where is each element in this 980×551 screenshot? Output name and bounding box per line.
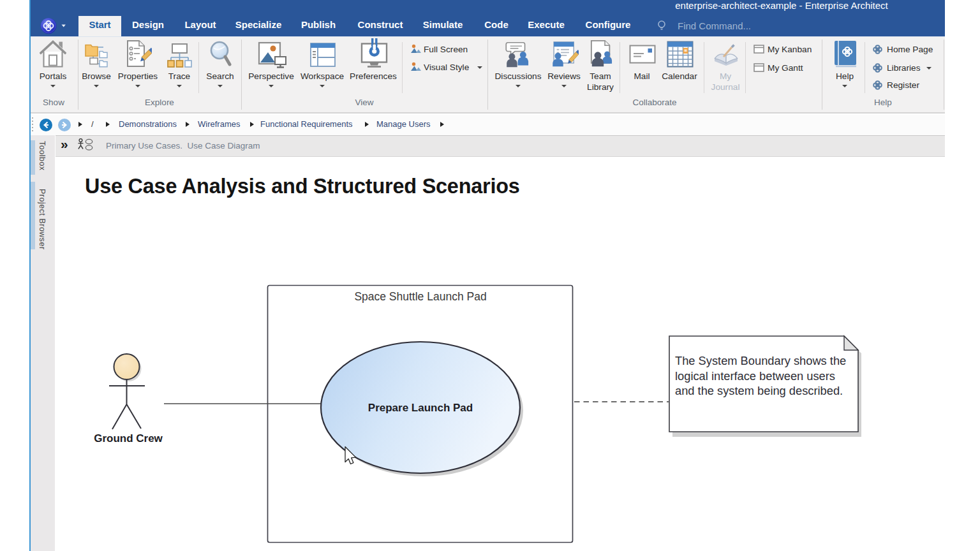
- svg-text:Space Shuttle Launch Pad: Space Shuttle Launch Pad: [354, 290, 486, 303]
- svg-text:and the system being described: and the system being described.: [675, 384, 843, 397]
- svg-text:Ground Crew: Ground Crew: [94, 432, 163, 444]
- svg-text:logical interface between user: logical interface between users: [675, 369, 835, 383]
- svg-text:Prepare Launch Pad: Prepare Launch Pad: [368, 402, 473, 414]
- svg-text:The System Boundary shows the: The System Boundary shows the: [675, 354, 846, 367]
